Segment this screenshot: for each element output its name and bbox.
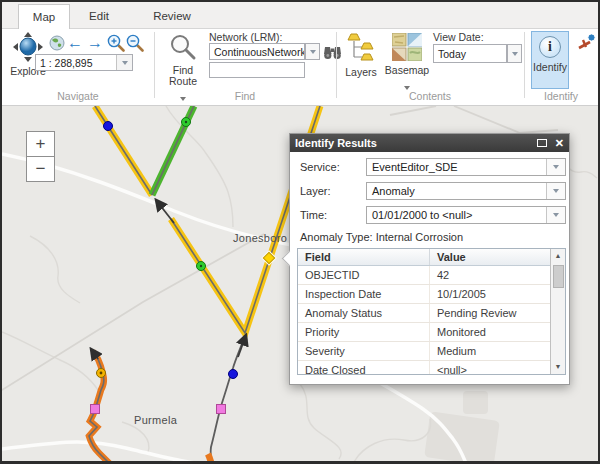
anomaly-type-label: Anomaly Type: — [300, 231, 373, 243]
table-row[interactable]: Inspection Date 10/1/2005 — [298, 285, 550, 304]
full-extent-globe-icon[interactable] — [49, 35, 65, 55]
group-label-find: Find — [154, 90, 336, 102]
map-zoom-out-button[interactable]: − — [26, 156, 55, 182]
service-dropdown-arrow[interactable] — [546, 159, 565, 175]
view-date-dropdown-arrow[interactable] — [507, 44, 522, 63]
table-row[interactable]: Priority Monitored — [298, 323, 550, 342]
forward-extent-arrow-icon[interactable]: → — [87, 35, 103, 51]
column-header-value: Value — [429, 249, 550, 265]
layer-dropdown-arrow[interactable] — [546, 183, 565, 199]
scrollbar-track[interactable] — [551, 263, 565, 360]
basemap-button[interactable]: Basemap — [384, 33, 430, 94]
layer-value: Anomaly — [367, 183, 546, 199]
time-value: 01/01/2000 to <null> — [367, 207, 546, 223]
blue-point-marker[interactable] — [104, 122, 113, 131]
anomaly-type-line: Anomaly Type: Internal Corrosion — [300, 231, 559, 243]
anomaly-type-value: Internal Corrosion — [376, 231, 463, 243]
group-separator — [154, 32, 155, 98]
attributes-table: Field Value OBJECTID 42 Inspection Date … — [297, 248, 566, 375]
pink-square-marker[interactable] — [91, 405, 100, 414]
table-scrollbar[interactable]: ▲ ▼ — [550, 249, 565, 374]
table-row[interactable]: Anomaly Status Pending Review — [298, 304, 550, 323]
ribbon: Explore ← → 1 : 288,895 — [2, 29, 598, 106]
map-zoom-control: + − — [26, 131, 55, 182]
close-icon[interactable]: ✕ — [555, 138, 564, 148]
network-lrm-label: Network (LRM): — [209, 31, 283, 43]
table-row[interactable]: Severity Medium — [298, 342, 550, 361]
zoom-in-tool-icon[interactable] — [107, 34, 125, 56]
identify-icon: i — [539, 36, 561, 58]
layer-combobox[interactable]: Anomaly — [366, 182, 566, 200]
group-label-contents: Contents — [336, 90, 524, 102]
pipeline-yellow[interactable] — [95, 106, 320, 333]
pink-square-marker[interactable] — [217, 405, 226, 414]
identify-results-dialog: Identify Results ✕ Service: EventEditor_… — [289, 133, 570, 385]
place-label-jonesboro: Jonesboro — [233, 232, 287, 244]
dialog-titlebar[interactable]: Identify Results ✕ — [290, 134, 569, 152]
green-point-center — [185, 121, 187, 123]
scale-combobox[interactable]: 1 : 288,895 — [35, 54, 133, 71]
view-date-value: Today — [434, 45, 506, 62]
table-row[interactable]: Date Closed <null> — [298, 361, 550, 374]
layer-label: Layer: — [300, 185, 366, 197]
scrollbar-thumb[interactable] — [553, 265, 564, 288]
service-value: EventEditor_SDE — [367, 159, 546, 175]
network-dropdown-arrow[interactable] — [305, 43, 320, 60]
scale-value: 1 : 288,895 — [36, 55, 116, 70]
find-route-magnifier-icon — [169, 47, 197, 64]
view-date-label: View Date: — [433, 31, 484, 43]
scroll-down-button[interactable]: ▼ — [551, 360, 566, 374]
layers-icon — [347, 49, 375, 66]
map-zoom-in-button[interactable]: + — [26, 131, 55, 157]
scroll-up-button[interactable]: ▲ — [551, 249, 566, 263]
layers-button[interactable]: Layers — [342, 33, 380, 78]
maximize-icon[interactable] — [537, 139, 547, 147]
basemap-icon — [392, 47, 422, 64]
group-separator — [524, 32, 525, 98]
tab-review[interactable]: Review — [138, 4, 206, 29]
group-separator — [336, 32, 337, 98]
binoculars-icon[interactable] — [324, 44, 341, 64]
time-label: Time: — [300, 209, 366, 221]
event-point-markers[interactable] — [91, 118, 277, 414]
table-header-row: Field Value — [298, 249, 550, 266]
blue-point-marker[interactable] — [229, 370, 238, 379]
identify-button[interactable]: i Identify — [531, 31, 569, 89]
app-window: Map Edit Review Explore — [0, 0, 600, 464]
map-canvas[interactable]: Jonesboro Purmela + − Identify Results ✕… — [2, 106, 598, 463]
green-point-center — [200, 265, 202, 267]
route-direction-arrows — [91, 200, 246, 359]
table-row[interactable]: OBJECTID 42 — [298, 266, 550, 285]
yellow-point-center — [100, 372, 103, 375]
time-dropdown-arrow[interactable] — [546, 207, 565, 223]
service-label: Service: — [300, 161, 366, 173]
identify-route-locations-icon[interactable] — [577, 33, 596, 56]
view-date-combobox[interactable]: Today — [433, 44, 507, 63]
column-header-field: Field — [298, 249, 429, 265]
dialog-title: Identify Results — [295, 137, 537, 149]
tab-edit[interactable]: Edit — [72, 4, 126, 29]
network-value: ContinuousNetwork — [210, 44, 304, 59]
time-combobox[interactable]: 01/01/2000 to <null> — [366, 206, 566, 224]
place-label-purmela: Purmela — [134, 414, 177, 426]
service-combobox[interactable]: EventEditor_SDE — [366, 158, 566, 176]
route-value-input[interactable] — [209, 62, 305, 78]
zoom-out-tool-icon[interactable] — [126, 34, 144, 56]
tab-map[interactable]: Map — [18, 4, 70, 30]
network-combobox[interactable]: ContinuousNetwork — [209, 43, 305, 60]
scale-dropdown-arrow[interactable] — [116, 55, 132, 70]
group-label-identify: Identify — [524, 90, 598, 102]
back-extent-arrow-icon[interactable]: ← — [67, 35, 83, 51]
group-label-navigate: Navigate — [2, 90, 154, 102]
ribbon-tabbar: Map Edit Review — [2, 2, 598, 29]
